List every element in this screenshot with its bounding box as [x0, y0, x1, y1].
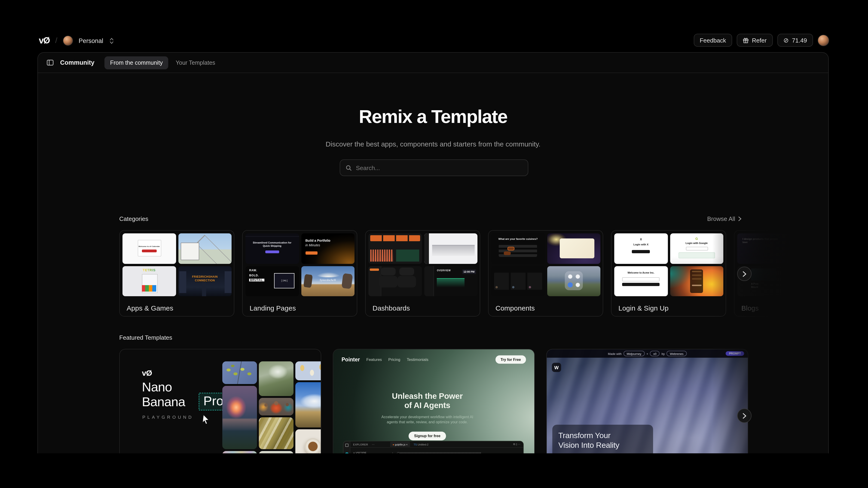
pointer-hero: Unleash the Power of AI Agents Accelerat…	[333, 392, 521, 440]
thumbnail-lg: GLogin with Google	[670, 233, 723, 264]
thumbnail-text: Streamlined Communication forQuick Shipp…	[251, 241, 293, 248]
thumbnail-brutal: RAW.BOLD.BRUTAL.[IMG]	[245, 266, 299, 296]
thumbnail-gradcard	[547, 233, 600, 264]
credits-amount: 71.49	[792, 37, 807, 44]
thumbnail-text: OVERVIEW	[437, 269, 451, 272]
thumbnail-text: Login with Google	[670, 242, 723, 245]
thumbnail-testi	[491, 266, 545, 296]
thumbnail-dark	[793, 233, 829, 264]
featured-card-pointer[interactable]: Pointer Features Pricing Testimonials Tr…	[333, 349, 535, 470]
cursor-icon	[201, 414, 211, 426]
pointer-link-features: Features	[366, 357, 382, 362]
credits-button[interactable]: ⊘ 71.49	[777, 34, 813, 47]
thumbnail-text: Welcome to v0 Calendar	[128, 245, 170, 247]
js-icon: ●	[393, 443, 395, 446]
refer-label: Refer	[752, 37, 767, 44]
chevron-right-icon	[738, 216, 741, 221]
v0-logo: vØ	[142, 369, 152, 378]
feedback-button[interactable]: Feedback	[694, 34, 732, 47]
by-label: by	[662, 352, 665, 355]
category-card-dashboards[interactable]: OVERVIEW12:00 PMDashboards	[365, 230, 480, 316]
photo-bottles	[259, 417, 293, 449]
feedback-label: Feedback	[700, 37, 726, 44]
page-title: Community	[60, 59, 95, 66]
thumbnail-text: FRIEDRICHSHAINCONNECTION	[178, 276, 231, 282]
v0-logo[interactable]: vØ	[39, 36, 50, 46]
tab-label: Untitled-2	[417, 443, 429, 446]
featured-heading: Featured Templates	[119, 334, 172, 341]
team-avatar[interactable]	[63, 36, 73, 46]
thumbnail-lx: XLogin with X	[614, 233, 668, 264]
viewport-letterbox	[0, 453, 868, 488]
category-card-apps-games[interactable]: Welcome to v0 CalendarTETRISFRIEDRICHSHA…	[119, 230, 234, 316]
pointer-subtitle: Accelerate your development workflow wit…	[333, 415, 521, 425]
thumbnail-dark	[793, 266, 829, 296]
more-icon: ⋯	[372, 443, 375, 446]
tab-from-the-community[interactable]: From the community	[105, 56, 168, 69]
refer-button[interactable]: Refer	[737, 34, 773, 47]
webrenes-badge: Webrenes	[666, 351, 687, 356]
pointer-sub-line1: Accelerate your development workflow wit…	[333, 415, 521, 420]
hero-subtitle: Discover the best apps, components and s…	[38, 140, 828, 148]
thumbnail-text: Build a Portfolio	[305, 239, 330, 242]
nano-tagline: PLAYGROUND	[142, 415, 194, 420]
editor-actions-icons: ⧉ ▯ ⋯	[513, 443, 521, 446]
thumbnail-iso	[178, 233, 231, 264]
user-avatar[interactable]	[817, 34, 829, 46]
pointer-signup-button: Signup for free	[409, 432, 446, 440]
browse-all-link[interactable]: Browse All	[707, 215, 741, 222]
category-label: Components	[495, 304, 600, 312]
sidebar-toggle-icon[interactable]	[47, 60, 54, 66]
category-label: Blogs	[741, 304, 829, 312]
hero-title: Remix a Template	[38, 106, 828, 127]
category-label: Landing Pages	[250, 304, 354, 312]
pointer-brand: Pointer	[342, 357, 360, 362]
category-card-login-sign-up[interactable]: XLogin with XGLogin with GoogleWelcome t…	[611, 230, 726, 316]
v0-credits-icon: ⊘	[783, 37, 788, 43]
thumbnail-text: G	[670, 237, 723, 240]
photo-forest	[259, 361, 293, 396]
thumbnail-ctrl	[547, 266, 600, 296]
pointer-try-free-button: Try for Free	[495, 355, 526, 364]
made-with-bar: Made with Midjourney + v0 by Webrenes PR…	[547, 349, 748, 358]
nano-title-line1: Nano	[142, 380, 172, 395]
category-card-components[interactable]: What are your favorite cuisines?Componen…	[488, 230, 603, 316]
featured-card-webrenes-wave[interactable]: Made with Midjourney + v0 by Webrenes PR…	[546, 349, 748, 470]
category-cards: Welcome to v0 CalendarTETRISFRIEDRICHSHA…	[119, 230, 829, 316]
photo-pills	[295, 361, 321, 380]
thumbnail-text: X	[614, 238, 668, 241]
featured-next-button[interactable]	[737, 408, 751, 423]
categories-next-button[interactable]	[737, 267, 751, 281]
thumbnail-portfolio: Build a Portfolioin Minutes	[301, 233, 354, 264]
thumbnail-text: A PostMount	[751, 282, 758, 289]
thumbnail-text: [IMG]	[274, 273, 294, 288]
gift-icon	[743, 37, 749, 43]
pointer-nav: Pointer Features Pricing Testimonials Tr…	[333, 349, 534, 364]
thumbnail-text: 12:00 PM	[462, 270, 476, 274]
wave-heading-line1: Transform Your	[558, 431, 647, 440]
editor-tab-untitled: TS Untitled-2	[414, 443, 429, 446]
pointer-heading-line1: Unleash the Power	[333, 392, 521, 401]
editor-header: EXPLORER ⋯ ● gulpfile.js × TS Untitled-2…	[350, 441, 523, 448]
thumbnail-text: I design products that people love	[743, 238, 780, 244]
thumbnail-syn: Synecdoche®	[301, 266, 354, 296]
categories-heading: Categories	[119, 215, 148, 222]
nano-title-line2: Banana	[142, 395, 185, 409]
pointer-link-pricing: Pricing	[388, 357, 400, 362]
featured-card-nano-banana-pro[interactable]: vØ Nano Banana Pro PLAYGROUND	[119, 349, 321, 470]
search-input[interactable]	[356, 164, 522, 171]
chevron-up-down-icon[interactable]	[110, 38, 114, 44]
pointer-link-testimonials: Testimonials	[407, 357, 429, 362]
photo-leaves	[222, 361, 257, 384]
category-card-landing-pages[interactable]: Streamlined Communication forQuick Shipp…	[242, 230, 357, 316]
thumbnail-dash2	[424, 233, 477, 264]
category-label: Dashboards	[373, 304, 477, 312]
editor-tab-gulpfile: ● gulpfile.js ×	[390, 442, 410, 447]
search-box[interactable]	[340, 159, 528, 176]
w-logo: W	[552, 363, 561, 372]
team-selector-label[interactable]: Personal	[79, 37, 103, 44]
photo-mountain-sunset	[222, 386, 257, 449]
tab-your-templates[interactable]: Your Templates	[176, 59, 215, 66]
page: vØ / Personal Feedback Refer ⊘ 71.49	[0, 0, 868, 488]
thumbnail-saas: Streamlined Communication forQuick Shipp…	[245, 233, 299, 264]
